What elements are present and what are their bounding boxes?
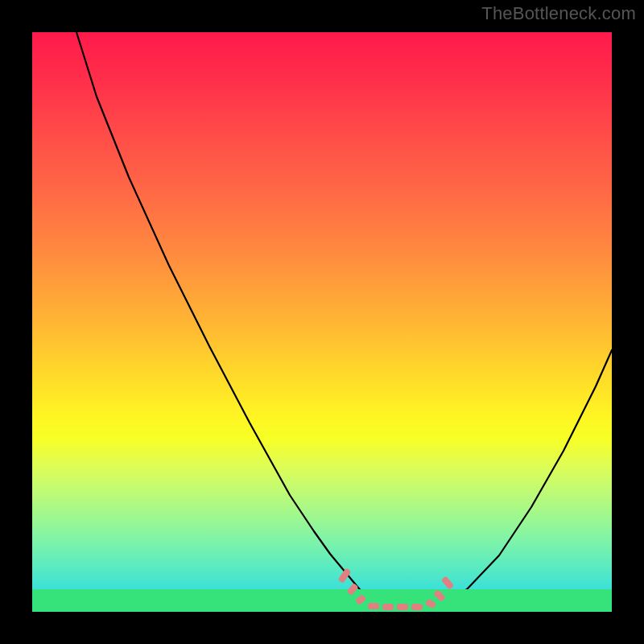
pink-dash-6 xyxy=(411,603,423,610)
green-base-band xyxy=(32,589,612,612)
chart-frame: TheBottleneck.com xyxy=(0,0,644,644)
pink-dash-5 xyxy=(397,604,408,610)
bottleneck-curve xyxy=(32,32,612,612)
watermark-text: TheBottleneck.com xyxy=(481,3,636,24)
pink-dash-4 xyxy=(382,604,394,610)
pink-dash-3 xyxy=(368,603,379,609)
svg-rect-0 xyxy=(32,589,612,612)
plot-area xyxy=(32,32,612,612)
